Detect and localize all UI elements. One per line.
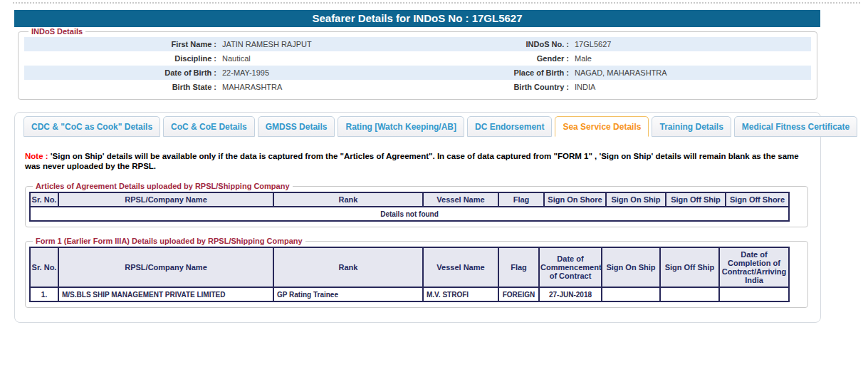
indos-row: Date of Birth : 22-MAY-1995 Place of Bir… — [24, 66, 811, 80]
note-prefix: Note : — [25, 152, 48, 160]
tab-strip: CDC & "CoC as Cook" Details CoC & CoE De… — [23, 116, 820, 137]
col-rpsl-company-name: RPSL/Company Name — [58, 247, 273, 287]
cell-rank: GP Rating Trainee — [273, 287, 423, 301]
col-sr-no: Sr. No. — [30, 192, 58, 207]
cell-sign-on-ship — [602, 287, 660, 301]
table-header-row: Sr. No. RPSL/Company Name Rank Vessel Na… — [30, 247, 789, 287]
discipline-label: Discipline : — [24, 54, 216, 63]
discipline-value: Nautical — [216, 54, 494, 63]
form1-table: Sr. No. RPSL/Company Name Rank Vessel Na… — [29, 247, 790, 302]
seafarer-details-page: Seafarer Details for INDoS No : 17GL5627… — [0, 0, 868, 392]
tab-dc-endorsement[interactable]: DC Endorsement — [467, 116, 552, 137]
note-text: 'Sign on Ship' details will be available… — [25, 152, 799, 170]
tab-panel: CDC & "CoC as Cook" Details CoC & CoE De… — [14, 112, 821, 323]
col-date-of-commencement: Date of Commencement of Contract — [539, 247, 602, 287]
cell-date-of-commencement: 27-JUN-2018 — [539, 287, 602, 301]
indos-details-fieldset: INDoS Details First Name : JATIN RAMESH … — [18, 27, 817, 100]
col-rank: Rank — [273, 192, 423, 207]
indos-row: First Name : JATIN RAMESH RAJPUT INDoS N… — [24, 37, 811, 51]
birth-country-value: INDIA — [569, 83, 811, 91]
col-flag: Flag — [498, 192, 544, 207]
place-of-birth-label: Place of Birth : — [494, 68, 569, 77]
form1-legend: Form 1 (Earlier Form IIIA) Details uploa… — [33, 237, 305, 245]
top-divider — [13, 2, 860, 4]
articles-of-agreement-fieldset: Articles of Agreement Details uploaded b… — [25, 182, 808, 227]
tab-rating-watch-keeping-ab[interactable]: Rating [Watch Keeping/AB] — [338, 116, 464, 137]
col-flag: Flag — [498, 247, 539, 287]
details-not-found-message: Details not found — [30, 207, 789, 221]
birth-state-value: MAHARASHTRA — [216, 83, 494, 91]
empty-row: Details not found — [30, 207, 789, 221]
cell-date-of-completion — [719, 287, 789, 301]
title-bar: Seafarer Details for INDoS No : 17GL5627 — [14, 10, 820, 27]
cell-sr-no: 1. — [30, 287, 58, 301]
gender-value: Male — [569, 54, 811, 63]
tab-medical-fitness-certificate[interactable]: Medical Fitness Certificate — [734, 116, 857, 137]
indos-details-legend: INDoS Details — [28, 27, 85, 36]
tab-training-details[interactable]: Training Details — [652, 116, 731, 137]
tab-coc-coe-details[interactable]: CoC & CoE Details — [163, 116, 255, 137]
tab-gmdss-details[interactable]: GMDSS Details — [258, 116, 335, 137]
tab-cdc-coc-as-cook-details[interactable]: CDC & "CoC as Cook" Details — [23, 116, 160, 137]
birth-state-label: Birth State : — [24, 83, 216, 91]
place-of-birth-value: NAGAD, MAHARASHTRA — [569, 68, 811, 77]
cell-flag: FOREIGN — [498, 287, 539, 301]
articles-of-agreement-table: Sr. No. RPSL/Company Name Rank Vessel Na… — [29, 192, 790, 222]
col-rank: Rank — [273, 247, 423, 287]
sign-on-ship-note: Note : 'Sign on Ship' details will be av… — [25, 151, 809, 171]
cell-rpsl-company-name: M/S.BLS SHIP MANAGEMENT PRIVATE LIMITED — [58, 287, 273, 301]
table-header-row: Sr. No. RPSL/Company Name Rank Vessel Na… — [30, 192, 789, 207]
col-date-of-completion: Date of Completion of Contract/Arriving … — [719, 247, 789, 287]
articles-of-agreement-legend: Articles of Agreement Details uploaded b… — [33, 182, 293, 190]
cell-sign-off-ship — [660, 287, 719, 301]
table-row: 1. M/S.BLS SHIP MANAGEMENT PRIVATE LIMIT… — [30, 287, 789, 301]
first-name-label: First Name : — [24, 40, 216, 48]
date-of-birth-value: 22-MAY-1995 — [216, 68, 494, 77]
col-vessel-name: Vessel Name — [423, 192, 498, 207]
cell-vessel-name: M.V. STROFI — [423, 287, 498, 301]
col-sign-on-shore: Sign On Shore — [544, 192, 606, 207]
col-vessel-name: Vessel Name — [423, 247, 498, 287]
col-sign-on-ship: Sign On Ship — [606, 192, 666, 207]
col-sign-off-ship: Sign Off Ship — [666, 192, 726, 207]
col-rpsl-company-name: RPSL/Company Name — [58, 192, 273, 207]
date-of-birth-label: Date of Birth : — [24, 68, 216, 77]
indos-no-label: INDoS No. : — [494, 40, 569, 48]
first-name-value: JATIN RAMESH RAJPUT — [216, 40, 494, 48]
indos-row: Discipline : Nautical Gender : Male — [24, 51, 811, 66]
indos-row: Birth State : MAHARASHTRA Birth Country … — [24, 80, 811, 94]
gender-label: Gender : — [494, 54, 569, 63]
indos-no-value: 17GL5627 — [569, 40, 811, 48]
tab-sea-service-details[interactable]: Sea Service Details — [555, 116, 649, 137]
page-title: Seafarer Details for INDoS No : 17GL5627 — [312, 12, 522, 24]
col-sign-on-ship: Sign On Ship — [602, 247, 660, 287]
col-sign-off-shore: Sign Off Shore — [726, 192, 789, 207]
birth-country-label: Birth Country : — [494, 83, 569, 91]
col-sign-off-ship: Sign Off Ship — [660, 247, 719, 287]
form1-fieldset: Form 1 (Earlier Form IIIA) Details uploa… — [25, 237, 808, 308]
col-sr-no: Sr. No. — [30, 247, 58, 287]
